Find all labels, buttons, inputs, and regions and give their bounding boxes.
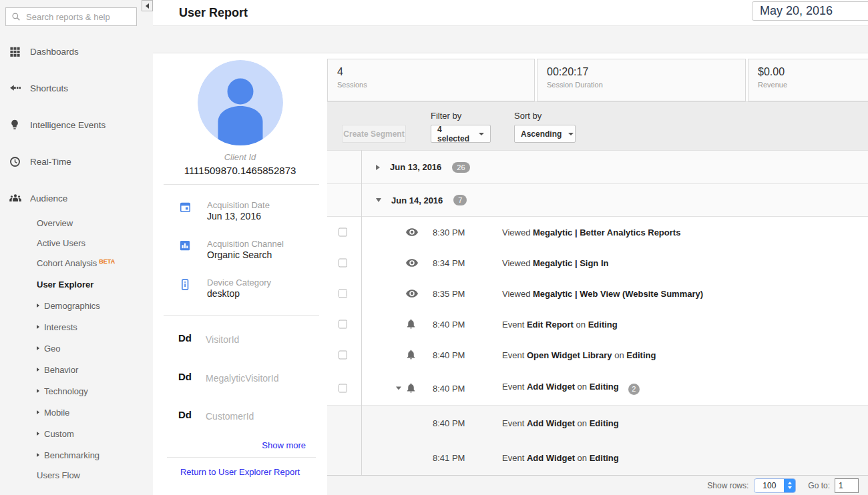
sidebar-item-benchmarking[interactable]: Benchmarking — [0, 448, 153, 462]
pagination-bar: Show rows: 100 Go to: — [327, 475, 868, 495]
device-icon — [179, 278, 191, 294]
expand-caret-icon — [37, 432, 39, 436]
header-subband — [153, 25, 868, 53]
client-id-label: Client Id — [153, 152, 327, 162]
event-count-badge: 7 — [453, 195, 467, 205]
sidebar-item-technology[interactable]: Technology — [0, 384, 153, 398]
event-row-expanded[interactable]: 8:40 PM Event Add Widget on Editing2 — [327, 370, 868, 406]
expand-caret-icon[interactable] — [376, 165, 380, 170]
sidebar-item-behavior[interactable]: Behavior — [0, 363, 153, 376]
chevron-down-icon — [568, 133, 574, 135]
dashboards-icon — [9, 45, 21, 57]
sidebar-item-label: Shortcuts — [30, 83, 68, 93]
acquisition-channel-item: Acquisition Channel Organic Search — [179, 239, 284, 260]
collapse-caret-icon[interactable] — [396, 386, 401, 390]
sidebar-item-intelligence-events[interactable]: Intelligence Events — [0, 115, 153, 135]
date-range-selector[interactable]: May 20, 2016 — [752, 1, 868, 21]
show-rows-label: Show rows: — [707, 481, 748, 490]
stat-sessions: 4 Sessions — [327, 59, 535, 101]
pageview-eye-icon — [405, 287, 419, 300]
sort-by-dropdown[interactable]: Ascending — [514, 125, 576, 143]
beta-badge: BETA — [99, 258, 115, 265]
date-group-row[interactable]: Jun 13, 2016 26 — [327, 150, 868, 183]
repeat-count-badge: 2 — [628, 384, 640, 395]
event-time: 8:35 PM — [433, 289, 465, 299]
search-input[interactable] — [5, 7, 137, 26]
event-bell-icon — [405, 382, 419, 395]
session-report: 4 Sessions 00:20:17 Session Duration $0.… — [327, 53, 868, 495]
dimension-dd-icon: Dd — [178, 409, 192, 420]
event-description: Event Open Widget Library on Editing — [502, 350, 656, 360]
sidebar-item-users-flow[interactable]: Users Flow — [0, 468, 153, 482]
sidebar-item-cohort-analysis[interactable]: Cohort AnalysisBETA — [0, 256, 153, 270]
collapse-caret-icon[interactable] — [376, 198, 381, 202]
sidebar-item-interests[interactable]: Interests — [0, 320, 153, 334]
event-count-badge: 26 — [452, 162, 469, 173]
dimension-visitorid: Dd VisitorId — [178, 334, 239, 346]
user-avatar — [198, 60, 283, 145]
sidebar-collapse-button[interactable] — [142, 0, 153, 11]
stepper-icon[interactable] — [784, 478, 795, 493]
event-row[interactable]: 8:34 PM Viewed Megalytic | Sign In — [327, 248, 868, 278]
event-row[interactable]: 8:30 PM Viewed Megalytic | Better Analyt… — [327, 217, 868, 248]
event-description: Viewed Megalytic | Sign In — [502, 258, 608, 268]
go-to-label: Go to: — [808, 481, 830, 490]
user-profile-card: Client Id 1111509870.1465852873 Acquisit… — [153, 53, 327, 495]
sidebar-item-real-time[interactable]: Real-Time — [0, 151, 153, 171]
sidebar-item-geo[interactable]: Geo — [0, 342, 153, 355]
device-category-item: Device Category desktop — [179, 278, 271, 299]
pageview-eye-icon — [405, 225, 419, 239]
sub-event-row: 8:40 PM Event Add Widget on Editing — [327, 406, 868, 440]
event-checkbox[interactable] — [339, 259, 347, 268]
event-time: 8:30 PM — [433, 227, 465, 237]
event-checkbox[interactable] — [339, 228, 347, 237]
event-checkbox[interactable] — [339, 384, 347, 392]
event-row[interactable]: 8:40 PM Event Open Widget Library on Edi… — [327, 340, 868, 370]
expand-caret-icon — [37, 453, 39, 457]
expand-caret-icon — [37, 346, 39, 350]
sort-by-label: Sort by — [514, 111, 541, 121]
event-checkbox[interactable] — [339, 320, 347, 329]
sidebar-item-dashboards[interactable]: Dashboards — [0, 41, 153, 61]
event-row[interactable]: 8:40 PM Event Edit Report on Editing — [327, 309, 868, 340]
event-description: Event Add Widget on Editing — [502, 453, 619, 463]
sidebar-item-custom[interactable]: Custom — [0, 427, 153, 440]
sidebar-item-user-explorer[interactable]: User Explorer — [0, 278, 153, 291]
filter-by-dropdown[interactable]: 4 selected — [431, 125, 491, 143]
sidebar-item-demographics[interactable]: Demographics — [0, 299, 153, 312]
client-id-value: 1111509870.1465852873 — [153, 165, 327, 176]
collapse-arrow-icon — [146, 3, 149, 9]
divider — [167, 457, 316, 458]
dimension-customerid: Dd CustomerId — [178, 410, 254, 422]
event-time: 8:40 PM — [433, 320, 465, 330]
create-segment-button[interactable]: Create Segment — [342, 125, 406, 143]
date-group-row[interactable]: Jun 14, 2016 7 — [327, 183, 868, 216]
sidebar-item-overview[interactable]: Overview — [0, 216, 153, 229]
shortcuts-icon — [9, 82, 21, 94]
page-title: User Report — [179, 6, 248, 20]
return-to-user-explorer-link[interactable]: Return to User Explorer Report — [153, 467, 327, 477]
event-time: 8:34 PM — [433, 258, 465, 268]
show-more-link[interactable]: Show more — [262, 440, 306, 450]
filter-by-label: Filter by — [431, 111, 461, 121]
event-description: Event Add Widget on Editing2 — [502, 382, 640, 395]
sidebar-item-active-users[interactable]: Active Users — [0, 236, 153, 250]
sidebar-item-mobile[interactable]: Mobile — [0, 406, 153, 419]
expand-caret-icon — [37, 304, 39, 308]
go-to-input[interactable] — [835, 478, 859, 493]
event-time: 8:40 PM — [433, 383, 465, 393]
divider — [361, 150, 362, 475]
sidebar: Dashboards Shortcuts Intelligence Events… — [0, 0, 153, 495]
pageview-eye-icon — [405, 256, 419, 270]
expand-caret-icon — [37, 389, 39, 393]
sidebar-item-audience[interactable]: Audience — [0, 188, 153, 208]
user-report-screen: Dashboards Shortcuts Intelligence Events… — [0, 0, 868, 495]
event-row[interactable]: 8:35 PM Viewed Megalytic | Web View (Web… — [327, 278, 868, 309]
event-checkbox[interactable] — [339, 290, 347, 298]
audience-people-icon — [9, 192, 21, 204]
show-rows-select[interactable]: 100 — [754, 478, 796, 493]
dimension-dd-icon: Dd — [178, 371, 192, 382]
sidebar-item-shortcuts[interactable]: Shortcuts — [0, 78, 153, 98]
event-checkbox[interactable] — [339, 351, 347, 360]
event-description: Viewed Megalytic | Better Analytics Repo… — [502, 227, 680, 237]
